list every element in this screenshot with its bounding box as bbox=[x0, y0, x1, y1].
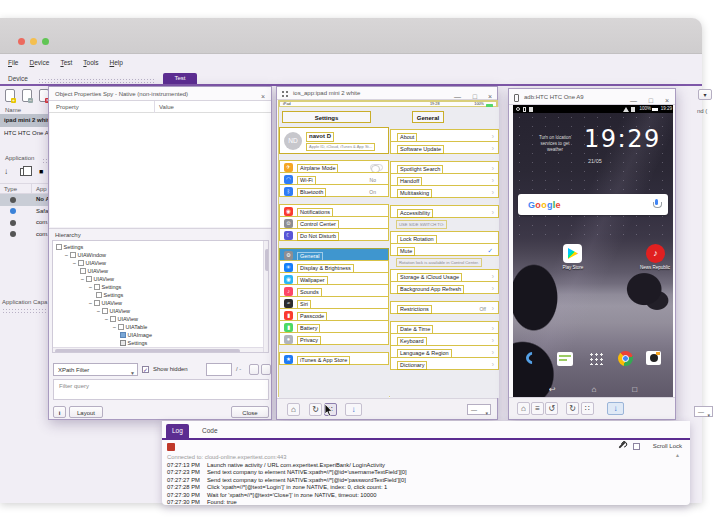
google-search-bar[interactable]: Google bbox=[518, 194, 668, 215]
menu-item[interactable]: Test bbox=[60, 59, 72, 66]
news-republic-icon[interactable]: ♪ bbox=[646, 244, 665, 263]
ios-general-column: General About › Software Update bbox=[390, 107, 499, 398]
menu-item[interactable]: Device bbox=[30, 59, 50, 66]
play-store-icon[interactable] bbox=[563, 244, 582, 263]
tab-code[interactable]: Code bbox=[196, 424, 224, 438]
property-table-body[interactable] bbox=[50, 113, 271, 227]
application-capabilities-label: Application Capa bbox=[2, 299, 47, 305]
download-screen-button[interactable]: ↓ bbox=[345, 403, 362, 416]
settings-row-icon: ♪ bbox=[284, 287, 293, 296]
tree-expander[interactable]: − bbox=[88, 285, 93, 290]
ios-window-titlebar[interactable]: ios_app:ipad mini 2 white — □ × bbox=[277, 87, 497, 100]
tree-node-icon bbox=[78, 260, 84, 266]
tab-log[interactable]: Log bbox=[166, 424, 189, 438]
ios-settings-row[interactable]: ★ iTunes & App Store bbox=[279, 352, 389, 365]
mic-icon[interactable] bbox=[655, 199, 659, 205]
android-menu-button[interactable]: ≡ bbox=[531, 402, 544, 415]
phone-icon bbox=[514, 94, 519, 102]
android-nav-bar: ↩ ⌂ □ bbox=[513, 385, 673, 394]
name-column-header: Name bbox=[5, 107, 21, 113]
tree-node[interactable]: − UIAView bbox=[53, 275, 268, 283]
rotate-button[interactable]: ↻ bbox=[309, 403, 322, 416]
filter-query-input[interactable]: Filter query bbox=[53, 379, 269, 400]
tree-expander[interactable]: − bbox=[96, 309, 101, 314]
ios-general-row[interactable]: Dictionary › bbox=[390, 357, 499, 370]
tree-horizontal-scrollbar[interactable] bbox=[53, 347, 263, 352]
install-app-icon[interactable]: ↓ bbox=[4, 167, 8, 176]
ios-general-row[interactable]: USE SIDE SWITCH TO: bbox=[390, 217, 499, 232]
chevron-right-icon: › bbox=[492, 209, 494, 216]
tree-node[interactable]: − UIAView bbox=[53, 307, 268, 315]
background-dropdown-button[interactable]: ▾ bbox=[698, 89, 712, 100]
maximize-traffic-light[interactable] bbox=[42, 38, 49, 45]
camera-app-icon[interactable] bbox=[646, 351, 661, 365]
menu-item[interactable]: Help bbox=[110, 59, 123, 66]
ios-screen[interactable]: iPad 19:28 100% Settings ND navot D Appl… bbox=[278, 100, 498, 397]
tree-node[interactable]: − UIAView bbox=[53, 315, 268, 323]
chrome-icon[interactable] bbox=[618, 351, 633, 366]
tree-node[interactable]: UIAImage bbox=[53, 331, 268, 339]
info-button[interactable]: i bbox=[53, 406, 66, 418]
tree-node[interactable]: − UIATable bbox=[53, 323, 268, 331]
tree-node[interactable]: − Settings bbox=[53, 283, 268, 291]
spy-close-button[interactable]: Close bbox=[231, 406, 269, 418]
alarm-status-icon bbox=[516, 107, 520, 111]
tree-node[interactable]: Settings bbox=[53, 243, 268, 251]
android-window-titlebar[interactable]: adb:HTC HTC One A9 — □ × bbox=[509, 89, 675, 105]
android-download-button[interactable]: ↓ bbox=[607, 402, 624, 415]
phone-app-icon[interactable] bbox=[525, 351, 542, 368]
tree-expander[interactable]: − bbox=[88, 301, 93, 306]
wrench-icon[interactable] bbox=[618, 441, 625, 448]
tree-expander[interactable]: − bbox=[104, 317, 109, 322]
background-zoom-dropdown[interactable]: —▾ bbox=[694, 406, 713, 417]
home-nav-icon[interactable]: ⌂ bbox=[592, 385, 597, 394]
tree-vertical-scrollbar[interactable] bbox=[263, 241, 268, 352]
messages-app-icon[interactable] bbox=[557, 352, 573, 366]
tree-node-icon bbox=[70, 252, 76, 258]
tree-node[interactable]: − UIAView bbox=[53, 259, 268, 267]
back-nav-icon[interactable]: ↩ bbox=[549, 385, 556, 394]
tree-node[interactable]: Settings bbox=[53, 339, 268, 347]
tree-node[interactable]: − UIAWindow bbox=[53, 251, 268, 259]
tree-node[interactable]: − UIAView bbox=[53, 299, 268, 307]
android-home-button[interactable]: ⌂ bbox=[517, 402, 530, 415]
home-button[interactable]: ⌂ bbox=[287, 403, 300, 416]
menu-item[interactable]: File bbox=[8, 59, 19, 66]
android-rotate-button[interactable]: ↻ bbox=[566, 402, 579, 415]
android-back-button[interactable]: ↺ bbox=[545, 402, 558, 415]
android-grid-button[interactable]: ∷ bbox=[581, 402, 594, 415]
zoom-dropdown[interactable]: —▾ bbox=[467, 404, 491, 415]
log-scroll-up-icon[interactable]: ▲ bbox=[675, 452, 680, 458]
app-drawer-icon[interactable] bbox=[589, 352, 603, 365]
tree-expander[interactable]: − bbox=[64, 253, 69, 258]
stop-app-icon[interactable]: ■ bbox=[39, 168, 43, 175]
airplane-toggle[interactable] bbox=[370, 164, 383, 171]
check-icon: ✓ bbox=[488, 247, 493, 255]
tree-expander[interactable]: − bbox=[72, 261, 77, 266]
tab-test[interactable]: Test bbox=[163, 73, 197, 84]
save-log-icon[interactable] bbox=[167, 443, 175, 451]
android-window-title: adb:HTC HTC One A9 bbox=[524, 94, 584, 100]
close-traffic-light[interactable] bbox=[18, 38, 25, 45]
recents-nav-icon[interactable]: □ bbox=[632, 385, 637, 394]
tree-node[interactable]: Settings bbox=[53, 291, 268, 299]
next-match-button[interactable] bbox=[261, 364, 271, 375]
prev-match-button[interactable] bbox=[249, 364, 259, 375]
tree-node[interactable]: UIAView bbox=[53, 267, 268, 275]
tree-expander[interactable]: − bbox=[80, 277, 85, 282]
tree-index-input[interactable] bbox=[206, 363, 232, 376]
copy-app-icon[interactable] bbox=[20, 168, 27, 176]
scroll-lock-checkbox[interactable] bbox=[633, 443, 640, 450]
xpath-filter-dropdown[interactable]: XPath Filter▼ bbox=[53, 363, 138, 376]
add-device-button[interactable]: + bbox=[5, 89, 15, 102]
layout-button[interactable]: Layout bbox=[69, 406, 103, 418]
log-line: 07:27:30 PM Found: true bbox=[167, 499, 677, 507]
tree-expander[interactable]: − bbox=[112, 325, 117, 330]
profile-row[interactable]: ND navot D Apple ID, iCloud, iTunes & Ap… bbox=[279, 127, 389, 154]
android-screen[interactable]: 100% 19:29 Turn on location services to … bbox=[513, 105, 673, 397]
ios-general-row[interactable]: Rotation lock is available in Control Ce… bbox=[390, 255, 499, 270]
menu-item[interactable]: Tools bbox=[83, 59, 98, 66]
device-button[interactable]: − bbox=[22, 89, 32, 102]
minimize-traffic-light[interactable] bbox=[30, 38, 37, 45]
show-hidden-checkbox[interactable]: ✓ bbox=[142, 366, 149, 373]
